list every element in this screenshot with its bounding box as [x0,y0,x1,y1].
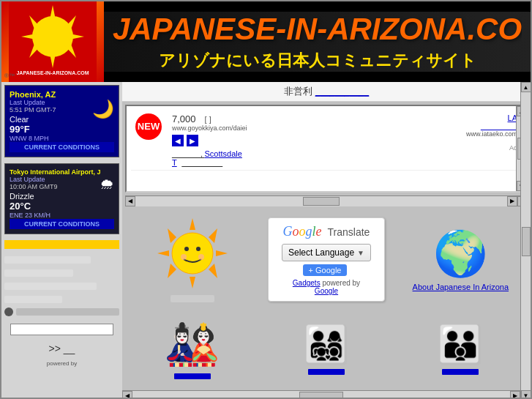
la-link[interactable]: LA [466,113,517,122]
google-translate-title: Google Translate [274,224,378,239]
right-main: 非営利 ___________ NEW 7,000 [ ] [122,82,531,399]
globe-icon: 🌍 [433,228,488,280]
ad-line-3 [4,283,97,290]
bottom-h-scrollbar: ◀ ▶ ▶ [122,390,531,399]
tokyo-update-label: Last Update [10,176,58,183]
number-row: 7,000 [ ] [172,113,247,124]
top-strip-underline[interactable]: ___________ [315,86,369,97]
h-scroll-left[interactable]: ◀ [125,196,135,206]
family-cell: 👪 [397,313,525,384]
svg-marker-13 [157,250,169,256]
tokyo-wind: ENE 23 KM/H [10,212,58,219]
sun-caption [171,295,214,302]
svg-point-22 [181,254,187,260]
content-left: NEW 7,000 [ ] www.goyokkiya.com/daiei ◀ … [135,113,247,167]
translate-text: Translate [328,226,370,238]
phoenix-update-label: Last Update [10,99,56,106]
svg-marker-11 [190,218,195,230]
ad-label-right: Ad [466,143,517,152]
top-strip: 非営利 ___________ [122,82,531,102]
tokyo-footer: CURRENT CONDITIONS [10,219,114,229]
app-window: JAPANESE-IN-ARIZONA.COM ®™ JAPANESE-IN-A… [0,0,532,399]
google-plus-button[interactable]: + Google [303,264,348,276]
group-cell: 👨‍👩‍👧‍👦 [262,313,390,384]
embedded-main-text: 7,000 [ ] www.goyokkiya.com/daiei ◀ ▶ __… [172,113,247,167]
powered-by-text: powered by [4,360,119,370]
svg-marker-17 [209,228,217,243]
right-links: LA _________ www.iataeko.com Ad [466,113,517,152]
main-v-scroll-up[interactable]: ▲ [521,82,531,92]
google-link[interactable]: Google [315,287,338,295]
site-subtitle: アリゾナにいる日本人コミュニティサイト [159,50,476,72]
bottom-h-left[interactable]: ◀ [122,391,132,400]
scottsdale-link[interactable]: Scottsdale [205,149,242,158]
h-scroll-thumb[interactable] [303,197,340,206]
logo-svg: JAPANESE-IN-ARIZONA.COM [9,1,97,82]
bottom-h-right-1[interactable]: ▶ [510,391,520,400]
la-underline: _________ [481,122,517,130]
family-caption-bar [442,369,479,375]
embedded-top-row: NEW 7,000 [ ] www.goyokkiya.com/daiei ◀ … [131,111,522,171]
main-v-thumb[interactable] [522,227,531,256]
gadgets-link[interactable]: Gadgets [293,279,321,287]
svg-marker-14 [216,250,228,256]
select-language-label: Select Language [288,247,354,258]
o-red: o [293,224,299,239]
family-character: 👪 [438,324,483,366]
select-dropdown-arrow: ▼ [357,249,364,257]
ad-banner-strip [4,240,119,249]
nav-right-btn[interactable]: ▶ [187,135,198,146]
h-scroll-track [135,196,507,206]
embedded-inner: NEW 7,000 [ ] www.goyokkiya.com/daiei ◀ … [127,106,526,175]
bottom-h-track [132,391,510,400]
nav-arrows: ◀ ▶ [172,135,247,146]
ad-line-2 [4,269,73,277]
ad-line-1 [4,256,91,264]
svg-point-23 [198,254,204,260]
group-character: 👨‍👩‍👧‍👦 [304,324,349,366]
nav-left-btn[interactable]: ◀ [172,135,184,146]
t-link[interactable]: T [172,158,177,167]
e-red: e [316,224,322,239]
g-blue2: g [306,224,312,239]
bottom-grid: Google Translate Select Language ▼ + Goo… [122,206,531,390]
sidebar-ads: >> __ powered by [1,237,122,399]
bottom-h-thumb[interactable] [299,392,343,400]
phoenix-footer: CURRENT CONDITIONS [10,142,114,152]
select-language-button[interactable]: Select Language ▼ [282,244,371,261]
svg-marker-16 [209,264,217,278]
ad-line-4 [4,296,62,303]
phoenix-update-time: 5:51 PM GMT-7 [10,106,56,113]
svg-text:JAPANESE-IN-ARIZONA.COM: JAPANESE-IN-ARIZONA.COM [16,70,89,75]
weather-tokyo: Tokyo International Airport, J Last Upda… [4,163,119,234]
sidebar-form [4,322,119,337]
phoenix-temp: 99°F [10,124,56,135]
tokyo-temp: 20°C [10,201,58,212]
phoenix-wind: WNW 8 MPH [10,135,56,142]
svg-point-20 [184,247,189,251]
svg-marker-12 [190,277,195,288]
scottsdale-row: _______, Scottsdale [172,149,247,158]
boy-cell: 🎎 [128,313,256,384]
svg-marker-18 [168,264,176,278]
globe-cell: 🌍 About Japanese In Arizona [397,212,525,307]
phoenix-condition: Clear [10,115,56,124]
phoenix-city: Phoenix, AZ [10,90,114,99]
translate-cell: Google Translate Select Language ▼ + Goo… [262,212,390,307]
h-scroll-right-1[interactable]: ▶ [507,196,517,206]
site-logo: JAPANESE-IN-ARIZONA.COM ®™ [1,1,104,82]
sidebar-nav-arrows: >> __ [4,340,119,357]
about-link[interactable]: About Japanese In Arizona [413,283,509,291]
sidebar-bullet-item [4,307,119,316]
main-v-scrollbar: ▲ ▼ [520,82,531,399]
sidebar-input[interactable] [10,324,113,335]
svg-point-19 [172,233,213,274]
header-title-area: JAPANESE-IN-ARIZONA.CO アリゾナにいる日本人コミュニティサ… [104,12,531,72]
url2-text: www.iataeko.com [466,130,517,138]
boy-character: 🎎 [165,318,220,370]
group-caption-bar [308,369,345,375]
google-btn-row: + Google [274,264,378,276]
url1-text: www.goyokkiya.com/daiei [172,124,247,132]
g-blue: G [283,224,293,239]
boy-caption-bar [174,373,211,379]
